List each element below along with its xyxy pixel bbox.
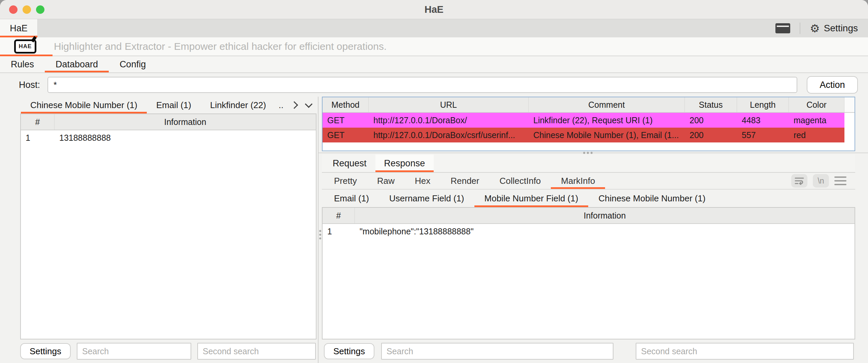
newline-icon[interactable]: \n: [813, 174, 829, 187]
tab-rules-label: Rules: [11, 59, 34, 70]
tab-hex[interactable]: Hex: [405, 173, 440, 189]
tab-linkfinder[interactable]: Linkfinder (22): [201, 97, 275, 114]
column-header-url[interactable]: URL: [369, 97, 529, 112]
column-header-information[interactable]: Information: [55, 114, 316, 130]
tab-label: Linkfinder (22): [210, 100, 266, 111]
tab-overflow-controls: ..: [279, 97, 318, 114]
column-header-information[interactable]: Information: [355, 208, 855, 223]
tab-label: Email (1): [156, 100, 191, 111]
tab-pretty[interactable]: Pretty: [324, 173, 367, 189]
chevron-right-icon[interactable]: [290, 101, 298, 109]
tab-markinfo[interactable]: MarkInfo: [551, 173, 605, 189]
window-title: HaE: [425, 4, 443, 15]
left-search-input[interactable]: [77, 343, 191, 360]
view-tabs: Pretty Raw Hex Render CollectInfo MarkIn…: [322, 173, 855, 189]
tab-response[interactable]: Response: [375, 155, 434, 172]
minimize-window-button[interactable]: [23, 5, 31, 14]
tab-chinese-mobile-number[interactable]: Chinese Mobile Number (1): [21, 97, 147, 114]
extract-info-table: # Information 1 13188888888: [20, 114, 316, 339]
databoard-left-panel: Chinese Mobile Number (1) Email (1) Link…: [0, 97, 318, 363]
column-header-color[interactable]: Color: [789, 97, 844, 112]
toolbar-divider: [800, 23, 800, 34]
tab-config-label: Config: [120, 59, 146, 70]
main-split: Chinese Mobile Number (1) Email (1) Link…: [0, 97, 868, 363]
tab-mark-username-field[interactable]: Username Field (1): [379, 189, 474, 207]
tab-config[interactable]: Config: [109, 56, 157, 72]
close-window-button[interactable]: [9, 5, 18, 14]
tab-label: Render: [451, 176, 479, 186]
tab-label: Request: [333, 158, 367, 169]
tab-label: MarkInfo: [561, 176, 595, 186]
tab-raw[interactable]: Raw: [367, 173, 405, 189]
column-header-num[interactable]: #: [322, 208, 355, 223]
cell-information: 13188888888: [55, 133, 316, 143]
cell-status: 200: [685, 130, 737, 140]
row-scrollbar-gutter: [844, 128, 855, 143]
word-wrap-icon[interactable]: [791, 174, 807, 187]
table-row[interactable]: 1 "mobilephone":"13188888888": [322, 224, 855, 239]
active-tab-underline: [21, 112, 147, 114]
column-header-method[interactable]: Method: [322, 97, 369, 112]
column-header-comment[interactable]: Comment: [529, 97, 685, 112]
tab-label: Email (1): [334, 193, 369, 204]
extract-type-tabs: Chinese Mobile Number (1) Email (1) Link…: [0, 97, 318, 114]
message-tabs: Request Response: [322, 155, 855, 173]
table-row[interactable]: 1 13188888888: [21, 130, 316, 145]
tab-more[interactable]: ..: [279, 100, 283, 111]
right-panel-controls: Settings: [322, 339, 855, 363]
top-tabstrip: HaE ⚙ Settings: [0, 19, 868, 37]
chevron-down-icon[interactable]: [305, 100, 313, 108]
host-label: Host:: [19, 80, 40, 90]
host-input[interactable]: [48, 77, 797, 93]
cell-num: 1: [21, 133, 55, 143]
tab-collectinfo[interactable]: CollectInfo: [489, 173, 551, 189]
cell-length: 4483: [737, 116, 789, 125]
tab-request[interactable]: Request: [324, 155, 375, 172]
request-list-table: Method URL Comment Status Length Color G…: [322, 97, 855, 151]
tab-databoard[interactable]: Databoard: [45, 56, 109, 72]
cell-status: 200: [685, 116, 737, 125]
app-window: HaE HaE ⚙ Settings HAE Highlighter and E…: [0, 0, 868, 363]
cell-method: GET: [322, 116, 369, 125]
cell-url: http://127.0.0.1/DoraBox/csrf/userinf...: [369, 130, 529, 140]
table-header: # Information: [21, 114, 316, 130]
tab-mark-mobile-number-field[interactable]: Mobile Number Field (1): [474, 189, 589, 207]
tab-mark-chinese-mobile-number[interactable]: Chinese Mobile Number (1): [588, 189, 715, 207]
tab-render[interactable]: Render: [440, 173, 489, 189]
left-settings-button[interactable]: Settings: [20, 343, 71, 359]
column-header-length[interactable]: Length: [737, 97, 789, 112]
tab-mark-email[interactable]: Email (1): [324, 189, 379, 207]
settings-button[interactable]: ⚙ Settings: [810, 23, 858, 34]
right-second-search-input[interactable]: [636, 343, 854, 360]
splitter-grip-dots: [319, 230, 321, 232]
gear-icon: ⚙: [810, 23, 820, 34]
cell-color: red: [789, 130, 844, 140]
window-layout-icon[interactable]: [775, 23, 790, 33]
zoom-window-button[interactable]: [36, 5, 44, 14]
splitter-grip-dots: [583, 152, 585, 154]
tab-label: Raw: [377, 176, 395, 186]
tab-rules[interactable]: Rules: [0, 56, 45, 72]
column-header-num[interactable]: #: [21, 114, 55, 130]
request-row-magenta[interactable]: GET http://127.0.0.1/DoraBox/ Linkfinder…: [322, 113, 855, 128]
tab-email[interactable]: Email (1): [147, 97, 201, 114]
menu-icon[interactable]: [834, 177, 846, 185]
left-second-search-input[interactable]: [197, 343, 316, 360]
panel-splitter-vertical[interactable]: [318, 97, 322, 363]
action-button[interactable]: Action: [807, 76, 858, 94]
traffic-lights: [9, 5, 44, 14]
extension-banner: HAE Highlighter and Extractor - Empower …: [0, 37, 868, 56]
header-scrollbar-gutter: [844, 97, 855, 112]
right-settings-button[interactable]: Settings: [324, 343, 374, 359]
panel-splitter-horizontal[interactable]: [322, 151, 855, 155]
section-tabs: Rules Databoard Config: [0, 56, 868, 73]
editor-view-icons: \n: [791, 173, 846, 189]
active-tab-underline: [551, 187, 605, 189]
right-search-input[interactable]: [381, 343, 614, 360]
cell-num: 1: [322, 226, 355, 236]
tab-hae[interactable]: HaE: [0, 19, 38, 37]
column-header-status[interactable]: Status: [685, 97, 737, 112]
request-row-red[interactable]: GET http://127.0.0.1/DoraBox/csrf/userin…: [322, 128, 855, 143]
cell-comment: Linkfinder (22), Request URI (1): [529, 116, 685, 125]
tabstrip-right-controls: ⚙ Settings: [775, 19, 868, 37]
